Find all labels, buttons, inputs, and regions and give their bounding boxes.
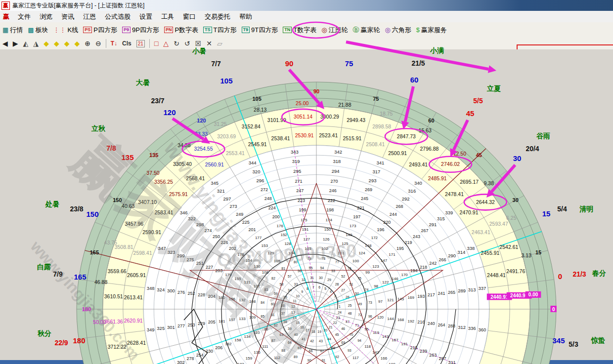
square-tool-icon[interactable]: □ bbox=[154, 40, 158, 47]
toolbar-separator bbox=[149, 39, 150, 48]
toolbar-button-gann-wheel[interactable]: ◎江恩轮 bbox=[321, 26, 348, 35]
scale-tool-icon[interactable]: ✕ bbox=[206, 40, 212, 47]
panel-row-3: 周天变化步长=1 bbox=[1, 95, 78, 106]
9t-square-label: 9T四方形 bbox=[251, 26, 278, 35]
menu-item-7[interactable]: 窗口 bbox=[178, 12, 200, 21]
dollar-icon: $ bbox=[416, 26, 420, 34]
toolbar-button-p-square[interactable]: PSP四方形 bbox=[83, 26, 117, 35]
annotation-line-3: 45度2746点 bbox=[524, 88, 613, 101]
annotation-line-4: 60度2847点 bbox=[524, 101, 613, 113]
annotation-line-1: 重要点位测算 bbox=[524, 64, 613, 76]
menu-bar: 赢 文件浏览资讯江恩公式选股设置工具窗口交易委托帮助 bbox=[0, 11, 613, 23]
p-square-label: P四方形 bbox=[93, 26, 117, 35]
window-title: 赢家江恩专业版[赢家服务平台] - [上证指数 江恩轮] bbox=[12, 1, 144, 10]
t-square-label: T四方形 bbox=[214, 26, 237, 35]
calendar-icon[interactable]: 21 bbox=[136, 40, 145, 47]
9p-square-label: 9P四方形 bbox=[132, 26, 159, 35]
menu-item-5[interactable]: 设置 bbox=[135, 12, 157, 21]
p-number-table-label: P数字表 bbox=[175, 26, 198, 35]
p-number-table-icon: PN bbox=[164, 27, 174, 33]
toolbar-button-kline[interactable]: ⋮⋮K线 bbox=[53, 26, 79, 35]
9p-square-icon: P9 bbox=[122, 27, 131, 33]
title-bar: 赢 赢家江恩专业版[赢家服务平台] - [上证指数 江恩轮] bbox=[0, 0, 613, 11]
blocks-icon: ▩ bbox=[28, 26, 34, 34]
gann-wheel-label: 江恩轮 bbox=[329, 26, 348, 35]
toolbar-button-p-number-table[interactable]: PNP数字表 bbox=[164, 26, 198, 35]
candles-icon: ⋮⋮ bbox=[53, 26, 66, 34]
kline-label: K线 bbox=[68, 26, 79, 35]
app-logo-icon: 赢 bbox=[1, 1, 10, 10]
cls-button[interactable]: Cls bbox=[122, 40, 131, 47]
diamond-left-icon[interactable]: ◆ bbox=[44, 40, 49, 47]
menu-item-2[interactable]: 资讯 bbox=[57, 12, 79, 21]
sectors-label: 板块 bbox=[36, 26, 48, 35]
horizontal-scrollbar[interactable] bbox=[0, 360, 613, 364]
wheel-icon: ◎ bbox=[321, 26, 327, 34]
t-square-icon: TS bbox=[203, 27, 212, 33]
toolbar-button-9p-square[interactable]: P99P四方形 bbox=[122, 26, 159, 35]
delete-box-icon[interactable]: ☒ bbox=[195, 40, 202, 47]
hex-icon: ◎ bbox=[385, 26, 391, 34]
menu-item-8[interactable]: 交易委托 bbox=[200, 12, 235, 21]
annotation-line-0: 2019年江恩轮中轮 bbox=[524, 51, 613, 64]
toolbar-button-winner-wheel[interactable]: Ⓑ赢家轮 bbox=[353, 26, 380, 35]
toolbar-button-sectors[interactable]: ▩板块 bbox=[28, 26, 48, 35]
scroll-right-icon[interactable]: ▶ bbox=[13, 40, 18, 47]
panel-row-2: 变换系数=1.00000 bbox=[1, 84, 78, 95]
t-number-table-label: T数字表 bbox=[293, 26, 316, 35]
toolbar-button-9t-square[interactable]: T99T四方形 bbox=[242, 26, 278, 35]
toolbar-separator bbox=[106, 39, 106, 48]
rotate-cw-icon[interactable]: ↻ bbox=[174, 40, 179, 47]
menu-item-1[interactable]: 浏览 bbox=[35, 12, 57, 21]
scroll-left-icon[interactable]: ◀ bbox=[2, 40, 8, 47]
flag-up-icon[interactable]: ◭ bbox=[23, 40, 29, 47]
rotate-ccw-icon[interactable]: ↺ bbox=[184, 40, 190, 47]
menu-item-0[interactable]: 文件 bbox=[13, 12, 35, 21]
diamond-down-icon[interactable]: ◆ bbox=[74, 40, 80, 47]
toolbar-button-t-square[interactable]: TST四方形 bbox=[203, 26, 236, 35]
big-icon: Ⓑ bbox=[353, 26, 359, 35]
winner-service-label: 赢家服务 bbox=[421, 26, 447, 35]
t-number-table-icon: TN bbox=[283, 27, 292, 33]
toolbar-button-winner-service[interactable]: $赢家服务 bbox=[416, 26, 447, 35]
panel-title: 上证指数 bbox=[1, 51, 78, 62]
quotes-label: 行情 bbox=[10, 26, 23, 35]
calc-panel: 上证指数 价格=2440.9099时间=20190104变换系数=1.00000… bbox=[0, 51, 79, 117]
main-toolbar: ▦行情▩板块⋮⋮K线PSP四方形P99P四方形PNP数字表TST四方形T99T四… bbox=[0, 22, 613, 38]
calc-support-button[interactable]: 计算支撑 bbox=[40, 106, 78, 117]
toolbar-button-quotes[interactable]: ▦行情 bbox=[2, 26, 23, 35]
menu-item-3[interactable]: 江恩 bbox=[79, 12, 100, 21]
menu-item-9[interactable]: 帮助 bbox=[235, 12, 257, 21]
calc-resistance-button[interactable]: 计算阻力 bbox=[1, 106, 40, 117]
panel-row-1: 时间=20190104 bbox=[1, 73, 78, 84]
toolbar-button-hexagon[interactable]: ◎六角形 bbox=[385, 26, 411, 35]
zoom-in-icon[interactable]: ⊕ bbox=[85, 40, 90, 47]
t-down-icon[interactable]: T↓ bbox=[111, 40, 117, 47]
zoom-out-icon[interactable]: ⊖ bbox=[95, 40, 101, 47]
flag-down-icon[interactable]: ◮ bbox=[33, 40, 39, 47]
winner-wheel-label: 赢家轮 bbox=[361, 26, 380, 35]
annotation-line-5: 90度3051点 bbox=[524, 113, 613, 125]
brand-icon: 赢 bbox=[3, 12, 9, 21]
annotation-line-2: 30度2644点 bbox=[524, 76, 613, 88]
diamond-up-icon[interactable]: ◆ bbox=[64, 40, 70, 47]
annotation-line-6: 120度3254点 bbox=[524, 125, 613, 138]
triangle-tool-icon[interactable]: △ bbox=[163, 40, 169, 47]
hexagon-label: 六角形 bbox=[392, 26, 411, 35]
9t-square-icon: T9 bbox=[242, 27, 250, 33]
panel-row-0: 价格=2440.9099 bbox=[1, 62, 78, 73]
p-square-icon: PS bbox=[83, 27, 92, 33]
menu-item-4[interactable]: 公式选股 bbox=[100, 12, 135, 21]
screen-tool-icon[interactable]: ▱ bbox=[217, 40, 222, 47]
toolbar-button-t-number-table[interactable]: TNT数字表 bbox=[283, 26, 316, 35]
diamond-right-icon[interactable]: ◆ bbox=[54, 40, 59, 47]
grid-icon: ▦ bbox=[2, 26, 8, 34]
menu-item-6[interactable]: 工具 bbox=[157, 12, 178, 21]
annotation-box: 2019年江恩轮中轮重要点位测算30度2644点45度2746点60度2847点… bbox=[517, 44, 613, 142]
